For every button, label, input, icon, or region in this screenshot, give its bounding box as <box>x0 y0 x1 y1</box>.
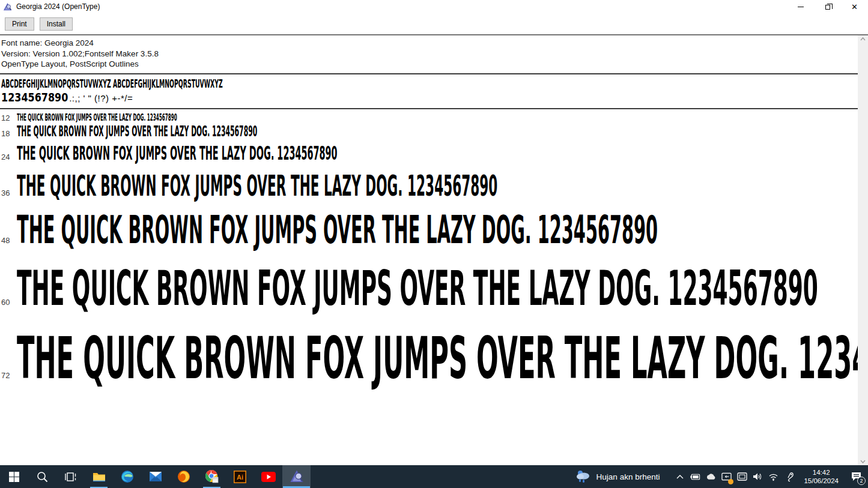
tray-windows-ink[interactable] <box>784 469 794 484</box>
sample-text: THE QUICK BROWN FOX JUMPS OVER THE LAZY … <box>17 170 497 200</box>
notification-count-badge: 2 <box>857 477 866 485</box>
windows-logo-icon <box>9 472 19 482</box>
file-explorer-button[interactable] <box>85 465 113 488</box>
font-preview-area: Font name: Georgia 2024 Version: Version… <box>0 35 868 465</box>
sample-text: THE QUICK BROWN FOX JUMPS OVER THE LAZY … <box>17 328 858 389</box>
punctuation-glyphs: .:,; ' " (!?) +-*/= <box>68 91 133 105</box>
illustrator-button[interactable]: Ai <box>226 465 254 488</box>
wifi-icon <box>768 473 778 481</box>
cloud-icon <box>706 473 716 480</box>
weather-label: Hujan akn brhenti <box>596 472 660 481</box>
sample-row-24: 24 THE QUICK BROWN FOX JUMPS OVER THE LA… <box>0 143 858 164</box>
tray-update-status[interactable] <box>721 469 732 484</box>
font-viewer-app-icon <box>3 2 12 11</box>
sample-row-48: 48 THE QUICK BROWN FOX JUMPS OVER THE LA… <box>0 210 858 250</box>
search-icon <box>37 471 48 483</box>
task-view-button[interactable] <box>56 465 85 488</box>
uppercase-glyph-line: ABCDEFGHIJKLMNOPQRSTUVWXYZ ABCDEFGHIJKLM… <box>1 77 858 91</box>
numbers-glyph-line: 1234567890.:,; ' " (!?) +-*/= <box>1 91 858 105</box>
tray-time: 14:42 <box>804 468 839 477</box>
tray-date: 15/06/2024 <box>804 477 839 485</box>
chevron-up-icon <box>676 475 684 479</box>
install-button[interactable]: Install <box>40 17 73 31</box>
glyph-preview: ABCDEFGHIJKLMNOPQRSTUVWXYZ ABCDEFGHIJKLM… <box>0 74 858 108</box>
window-title: Georgia 2024 (OpenType) <box>16 2 787 11</box>
mail-icon <box>149 471 162 482</box>
toolbar: Print Install <box>0 13 868 35</box>
task-view-icon <box>65 472 77 482</box>
tray-battery[interactable] <box>690 469 700 484</box>
youtube-button[interactable] <box>254 465 282 488</box>
size-label: 12 <box>0 113 17 122</box>
minimize-button[interactable] <box>787 0 814 13</box>
close-button[interactable]: ✕ <box>841 0 868 13</box>
size-label: 60 <box>0 298 17 307</box>
firefox-button[interactable] <box>169 465 198 488</box>
start-button[interactable] <box>0 465 28 488</box>
font-viewer-icon <box>290 469 304 484</box>
size-label: 24 <box>0 152 17 161</box>
edge-icon <box>121 470 134 483</box>
chrome-icon <box>205 469 219 484</box>
size-label: 48 <box>0 236 17 245</box>
youtube-icon <box>261 472 276 482</box>
sample-text: THE QUICK BROWN FOX JUMPS OVER THE LAZY … <box>17 113 177 123</box>
font-version-line: Version: Version 1.002;Fontself Maker 3.… <box>1 49 858 59</box>
illustrator-icon: Ai <box>234 471 246 483</box>
sample-row-18: 18 THE QUICK BROWN FOX JUMPS OVER THE LA… <box>0 124 858 139</box>
battery-icon <box>690 474 700 480</box>
sample-row-72: 72 THE QUICK BROWN FOX JUMPS OVER THE LA… <box>0 328 858 389</box>
font-layout-line: OpenType Layout, PostScript Outlines <box>1 59 858 70</box>
clock[interactable]: 14:42 15/06/2024 <box>800 468 843 485</box>
search-button[interactable] <box>28 465 56 488</box>
print-button[interactable]: Print <box>5 17 34 31</box>
sample-row-12: 12 THE QUICK BROWN FOX JUMPS OVER THE LA… <box>0 113 858 123</box>
sample-text: THE QUICK BROWN FOX JUMPS OVER THE LAZY … <box>17 143 338 164</box>
tray-volume[interactable] <box>753 469 763 484</box>
tray-tablet-mode[interactable] <box>737 469 747 484</box>
firefox-icon <box>177 470 190 483</box>
restore-button[interactable] <box>814 0 841 13</box>
sample-text: THE QUICK BROWN FOX JUMPS OVER THE LAZY … <box>17 124 257 139</box>
title-bar: Georgia 2024 (OpenType) ✕ <box>0 0 868 13</box>
uppercase-glyphs: ABCDEFGHIJKLMNOPQRSTUVWXYZ ABCDEFGHIJKLM… <box>1 77 223 90</box>
vertical-scrollbar[interactable] <box>858 35 868 465</box>
rain-cloud-icon <box>575 469 592 484</box>
tray-expand-button[interactable] <box>675 469 685 484</box>
tray-onedrive[interactable] <box>706 469 716 484</box>
font-info: Font name: Georgia 2024 Version: Version… <box>0 35 858 73</box>
size-label: 36 <box>0 188 17 197</box>
minimize-icon <box>798 7 804 7</box>
tablet-icon <box>737 472 747 481</box>
close-icon: ✕ <box>851 3 858 11</box>
scroll-up-icon[interactable] <box>860 37 866 41</box>
restore-icon <box>825 5 830 10</box>
edge-button[interactable] <box>113 465 141 488</box>
tray-network[interactable] <box>768 469 778 484</box>
mail-button[interactable] <box>141 465 169 488</box>
size-label: 18 <box>0 129 17 138</box>
font-viewer-taskbar-button[interactable] <box>282 465 311 488</box>
sample-text: THE QUICK BROWN FOX JUMPS OVER THE LAZY … <box>17 264 818 314</box>
svg-text:Ai: Ai <box>237 474 243 481</box>
sample-text: THE QUICK BROWN FOX JUMPS OVER THE LAZY … <box>17 210 658 250</box>
notification-center-button[interactable]: 2 <box>848 469 864 484</box>
sample-row-60: 60 THE QUICK BROWN FOX JUMPS OVER THE LA… <box>0 264 858 314</box>
pen-icon <box>785 472 794 482</box>
weather-widget[interactable]: Hujan akn brhenti <box>575 469 670 484</box>
taskbar: Ai Hujan <box>0 465 868 488</box>
scroll-down-icon[interactable] <box>860 460 866 463</box>
file-explorer-icon <box>93 471 106 482</box>
sample-row-36: 36 THE QUICK BROWN FOX JUMPS OVER THE LA… <box>0 170 858 200</box>
digit-glyphs: 1234567890.:,; ' " (!?) +-*/= <box>1 91 120 105</box>
orange-badge-icon <box>728 479 733 484</box>
chrome-button[interactable] <box>198 465 226 488</box>
size-samples: 12 THE QUICK BROWN FOX JUMPS OVER THE LA… <box>0 109 858 389</box>
font-name-line: Font name: Georgia 2024 <box>1 38 858 49</box>
speaker-icon <box>753 472 763 481</box>
size-label: 72 <box>0 371 17 380</box>
